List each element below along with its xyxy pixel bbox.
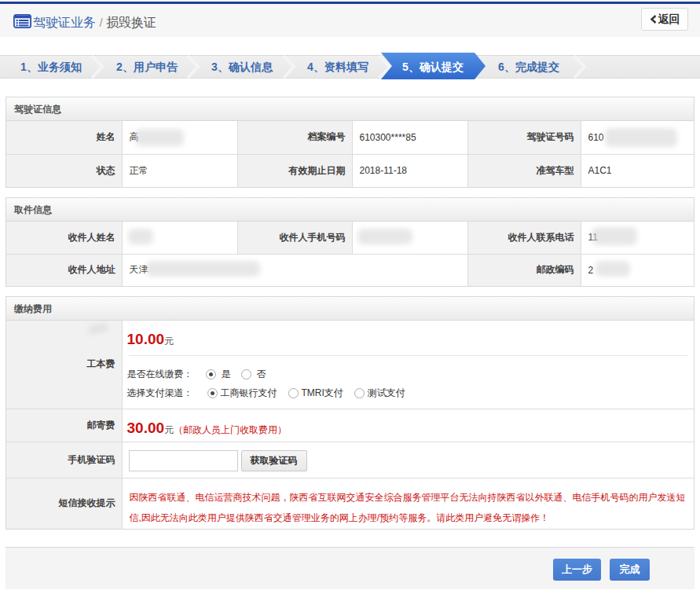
- svg-text:4、资料填写: 4、资料填写: [307, 60, 368, 73]
- svg-text:3、确认信息: 3、确认信息: [211, 60, 273, 73]
- svg-text:1、业务须知: 1、业务须知: [20, 60, 82, 73]
- svg-text:2、用户申告: 2、用户申告: [116, 60, 178, 73]
- svg-text:6、完成提交: 6、完成提交: [498, 60, 559, 73]
- svg-text:5、确认提交: 5、确认提交: [402, 60, 464, 73]
